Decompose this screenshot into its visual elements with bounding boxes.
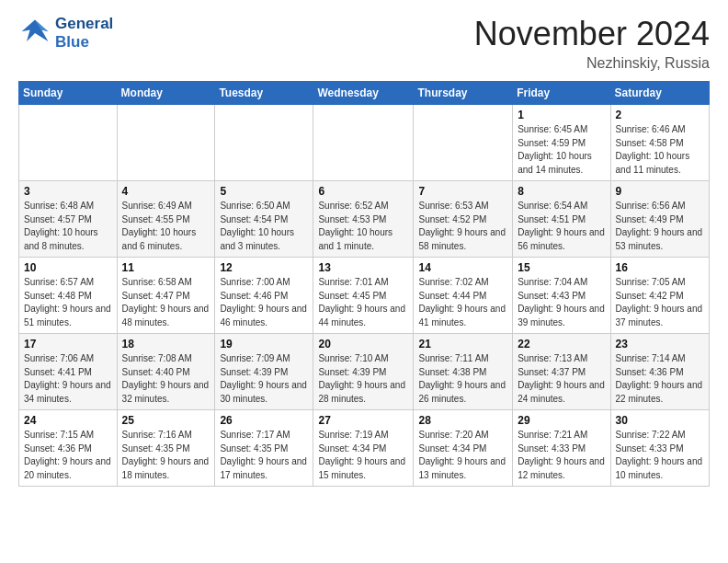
day-number: 21 (418, 338, 507, 350)
table-row: 20Sunrise: 7:10 AM Sunset: 4:39 PM Dayli… (313, 334, 414, 410)
table-row: 5Sunrise: 6:50 AM Sunset: 4:54 PM Daylig… (215, 181, 313, 258)
table-row: 16Sunrise: 7:05 AM Sunset: 4:42 PM Dayli… (610, 258, 709, 334)
table-row: 11Sunrise: 6:58 AM Sunset: 4:47 PM Dayli… (117, 258, 215, 334)
day-info: Sunrise: 7:05 AM Sunset: 4:42 PM Dayligh… (616, 276, 704, 329)
day-number: 1 (518, 109, 605, 121)
day-info: Sunrise: 6:57 AM Sunset: 4:48 PM Dayligh… (24, 276, 112, 329)
day-number: 20 (318, 338, 408, 350)
table-row: 8Sunrise: 6:54 AM Sunset: 4:51 PM Daylig… (513, 181, 610, 258)
day-number: 9 (616, 185, 704, 198)
table-row: 28Sunrise: 7:20 AM Sunset: 4:34 PM Dayli… (414, 410, 513, 487)
day-number: 16 (616, 261, 704, 274)
table-row: 19Sunrise: 7:09 AM Sunset: 4:39 PM Dayli… (215, 334, 313, 410)
table-row: 21Sunrise: 7:11 AM Sunset: 4:38 PM Dayli… (414, 334, 513, 410)
table-row: 3Sunrise: 6:48 AM Sunset: 4:57 PM Daylig… (19, 181, 118, 258)
day-number: 19 (220, 338, 308, 350)
day-info: Sunrise: 7:00 AM Sunset: 4:46 PM Dayligh… (220, 276, 308, 329)
day-number: 2 (616, 109, 704, 121)
day-info: Sunrise: 6:52 AM Sunset: 4:53 PM Dayligh… (318, 200, 408, 253)
day-info: Sunrise: 7:15 AM Sunset: 4:36 PM Dayligh… (24, 429, 112, 482)
day-info: Sunrise: 7:06 AM Sunset: 4:41 PM Dayligh… (24, 352, 112, 406)
col-sunday: Sunday (19, 82, 118, 105)
day-number: 29 (518, 414, 605, 427)
table-row (313, 105, 414, 181)
table-row: 10Sunrise: 6:57 AM Sunset: 4:48 PM Dayli… (19, 258, 118, 334)
table-row: 1Sunrise: 6:45 AM Sunset: 4:59 PM Daylig… (513, 105, 610, 181)
day-info: Sunrise: 7:19 AM Sunset: 4:34 PM Dayligh… (318, 429, 408, 482)
day-info: Sunrise: 6:53 AM Sunset: 4:52 PM Dayligh… (418, 200, 507, 253)
location: Nezhinskiy, Russia (474, 55, 710, 72)
calendar-header-row: Sunday Monday Tuesday Wednesday Thursday… (19, 82, 710, 105)
table-row (19, 105, 118, 181)
table-row: 13Sunrise: 7:01 AM Sunset: 4:45 PM Dayli… (313, 258, 414, 334)
table-row: 18Sunrise: 7:08 AM Sunset: 4:40 PM Dayli… (117, 334, 215, 410)
day-number: 8 (518, 185, 605, 198)
day-info: Sunrise: 7:04 AM Sunset: 4:43 PM Dayligh… (518, 276, 605, 329)
day-number: 5 (220, 185, 308, 198)
table-row: 4Sunrise: 6:49 AM Sunset: 4:55 PM Daylig… (117, 181, 215, 258)
day-info: Sunrise: 7:13 AM Sunset: 4:37 PM Dayligh… (518, 352, 605, 406)
table-row: 14Sunrise: 7:02 AM Sunset: 4:44 PM Dayli… (414, 258, 513, 334)
month-title: November 2024 (474, 15, 710, 53)
day-number: 15 (518, 261, 605, 274)
day-number: 26 (220, 414, 308, 427)
col-monday: Monday (117, 82, 215, 105)
day-number: 25 (122, 414, 210, 427)
day-number: 12 (220, 261, 308, 274)
logo-text: General Blue (55, 15, 113, 51)
table-row: 2Sunrise: 6:46 AM Sunset: 4:58 PM Daylig… (610, 105, 709, 181)
table-row: 6Sunrise: 6:52 AM Sunset: 4:53 PM Daylig… (313, 181, 414, 258)
table-row: 15Sunrise: 7:04 AM Sunset: 4:43 PM Dayli… (513, 258, 610, 334)
day-info: Sunrise: 7:11 AM Sunset: 4:38 PM Dayligh… (418, 352, 507, 406)
day-info: Sunrise: 6:48 AM Sunset: 4:57 PM Dayligh… (24, 200, 112, 253)
table-row: 29Sunrise: 7:21 AM Sunset: 4:33 PM Dayli… (513, 410, 610, 487)
table-row (215, 105, 313, 181)
day-info: Sunrise: 7:14 AM Sunset: 4:36 PM Dayligh… (616, 352, 704, 406)
title-block: November 2024 Nezhinskiy, Russia (474, 15, 710, 72)
day-info: Sunrise: 7:08 AM Sunset: 4:40 PM Dayligh… (122, 352, 210, 406)
col-thursday: Thursday (414, 82, 513, 105)
day-info: Sunrise: 7:10 AM Sunset: 4:39 PM Dayligh… (318, 352, 408, 406)
day-number: 10 (24, 261, 112, 274)
col-friday: Friday (513, 82, 610, 105)
day-number: 3 (24, 185, 112, 198)
day-number: 17 (24, 338, 112, 350)
col-saturday: Saturday (610, 82, 709, 105)
table-row: 23Sunrise: 7:14 AM Sunset: 4:36 PM Dayli… (610, 334, 709, 410)
day-number: 7 (418, 185, 507, 198)
day-number: 27 (318, 414, 408, 427)
day-number: 18 (122, 338, 210, 350)
day-info: Sunrise: 7:20 AM Sunset: 4:34 PM Dayligh… (418, 429, 507, 482)
day-info: Sunrise: 6:45 AM Sunset: 4:59 PM Dayligh… (518, 123, 605, 177)
day-number: 13 (318, 261, 408, 274)
day-info: Sunrise: 6:50 AM Sunset: 4:54 PM Dayligh… (220, 200, 308, 253)
table-row: 12Sunrise: 7:00 AM Sunset: 4:46 PM Dayli… (215, 258, 313, 334)
table-row: 17Sunrise: 7:06 AM Sunset: 4:41 PM Dayli… (19, 334, 118, 410)
day-info: Sunrise: 6:46 AM Sunset: 4:58 PM Dayligh… (616, 123, 704, 177)
table-row: 30Sunrise: 7:22 AM Sunset: 4:33 PM Dayli… (610, 410, 709, 487)
table-row: 25Sunrise: 7:16 AM Sunset: 4:35 PM Dayli… (117, 410, 215, 487)
day-info: Sunrise: 7:02 AM Sunset: 4:44 PM Dayligh… (418, 276, 507, 329)
col-tuesday: Tuesday (215, 82, 313, 105)
table-row: 9Sunrise: 6:56 AM Sunset: 4:49 PM Daylig… (610, 181, 709, 258)
day-number: 11 (122, 261, 210, 274)
day-number: 23 (616, 338, 704, 350)
header: General Blue November 2024 Nezhinskiy, R… (18, 15, 710, 72)
day-info: Sunrise: 6:49 AM Sunset: 4:55 PM Dayligh… (122, 200, 210, 253)
day-info: Sunrise: 7:16 AM Sunset: 4:35 PM Dayligh… (122, 429, 210, 482)
day-info: Sunrise: 7:21 AM Sunset: 4:33 PM Dayligh… (518, 429, 605, 482)
table-row (117, 105, 215, 181)
table-row: 24Sunrise: 7:15 AM Sunset: 4:36 PM Dayli… (19, 410, 118, 487)
day-info: Sunrise: 7:01 AM Sunset: 4:45 PM Dayligh… (318, 276, 408, 329)
table-row: 27Sunrise: 7:19 AM Sunset: 4:34 PM Dayli… (313, 410, 414, 487)
day-info: Sunrise: 6:58 AM Sunset: 4:47 PM Dayligh… (122, 276, 210, 329)
day-number: 14 (418, 261, 507, 274)
svg-marker-0 (22, 19, 49, 40)
day-number: 24 (24, 414, 112, 427)
page: General Blue November 2024 Nezhinskiy, R… (0, 0, 728, 563)
logo-icon (18, 17, 51, 50)
day-info: Sunrise: 7:22 AM Sunset: 4:33 PM Dayligh… (616, 429, 704, 482)
day-number: 6 (318, 185, 408, 198)
table-row: 26Sunrise: 7:17 AM Sunset: 4:35 PM Dayli… (215, 410, 313, 487)
day-info: Sunrise: 7:09 AM Sunset: 4:39 PM Dayligh… (220, 352, 308, 406)
